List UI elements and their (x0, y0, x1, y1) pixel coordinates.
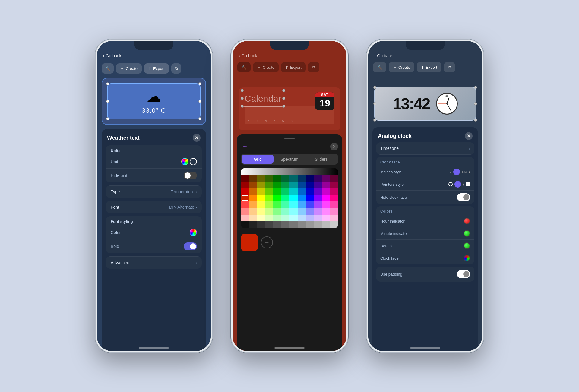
p2-layers-button[interactable]: ⧉ (308, 62, 319, 72)
clock-face-group: Clock face Indices style / 123 I Poi (376, 157, 474, 204)
details-color[interactable] (464, 242, 470, 249)
p3-hammer-icon: 🔨 (377, 65, 382, 70)
grayscale-row (241, 168, 338, 175)
color-row-1 (241, 175, 338, 182)
cp-pencil-icon[interactable]: ✏ (241, 142, 249, 151)
pointer-slash-icon[interactable]: / (463, 182, 464, 187)
p3-export-button[interactable]: ⬆ Export (417, 62, 441, 72)
clock-center-dot (446, 103, 448, 104)
p3-handle-mr[interactable] (474, 102, 477, 105)
pointer-circle-opt[interactable] (448, 182, 453, 186)
cp-add-button[interactable]: + (261, 236, 273, 248)
phone1-screen: ‹ Go back 🔨 ＋ Create ⬆ Export ⧉ (97, 41, 211, 351)
hide-clock-face-toggle[interactable] (457, 193, 470, 201)
timezone-label: Timezone (380, 146, 399, 151)
cp-drag-bar (237, 134, 342, 141)
p3-hammer-button[interactable]: 🔨 (373, 62, 386, 72)
resize-handle-bl[interactable] (106, 117, 109, 120)
minute-indicator-color[interactable] (464, 230, 470, 237)
p3-analog-clock (436, 93, 458, 115)
details-row: Details (376, 239, 474, 252)
notch-3 (406, 41, 445, 50)
p3-close-button[interactable]: ✕ (465, 132, 473, 140)
color-picker-icon[interactable] (190, 229, 197, 236)
p3-clock-face-label: Clock face (380, 256, 399, 261)
p2-handle-tl[interactable] (241, 89, 244, 92)
type-group: Type Temperature › (106, 185, 202, 198)
p3-back-button[interactable]: ‹ Go back (374, 53, 393, 58)
cp-tab-spectrum[interactable]: Spectrum (274, 155, 305, 164)
type-nav-row[interactable]: Type Temperature › (106, 185, 202, 198)
hammer-button[interactable]: 🔨 (102, 63, 114, 74)
cp-toolbar: ✏ ✕ (237, 141, 342, 154)
advanced-label: Advanced (111, 260, 129, 265)
p2-hammer-button[interactable]: 🔨 (237, 62, 251, 72)
p3-create-button[interactable]: ＋ Create (389, 62, 414, 72)
advanced-nav-row[interactable]: Advanced › (106, 256, 202, 269)
cp-current-swatch[interactable] (241, 234, 258, 251)
p2-handle-ml[interactable] (241, 97, 244, 100)
pointer-square-opt[interactable] (466, 182, 470, 186)
pointer-selected-opt[interactable] (454, 181, 461, 188)
cp-close-button[interactable]: ✕ (330, 143, 338, 150)
resize-handle-ml[interactable] (106, 100, 109, 103)
resize-handle-mr[interactable] (198, 100, 201, 103)
p3-export-icon: ⬆ (421, 65, 424, 70)
use-padding-toggle[interactable] (457, 270, 470, 278)
cp-bottom: + (237, 230, 342, 254)
p2-chevron-left-icon: ‹ (239, 53, 240, 58)
p3-handle-bl[interactable] (373, 119, 376, 122)
unit-color-icon[interactable] (181, 158, 188, 165)
create-button[interactable]: ＋ Create (116, 63, 142, 74)
p3-handle-tr[interactable] (474, 86, 477, 89)
use-padding-row: Use padding (376, 267, 474, 282)
font-nav-row[interactable]: Font DIN Alternate › (106, 201, 202, 213)
p2-date-badge: SAT 19 (315, 92, 334, 110)
weather-widget: ☁ 33.0° C (107, 83, 201, 119)
unit-label: Unit (111, 159, 118, 164)
p2-export-button[interactable]: ⬆ Export (281, 62, 306, 72)
export-icon: ⬆ (148, 66, 152, 71)
hour-indicator-color[interactable] (464, 218, 470, 224)
unit-circle-icon[interactable] (190, 158, 197, 165)
hide-clock-face-row: Hide clock face (376, 190, 474, 204)
clock-face-header: Clock face (376, 157, 474, 166)
p3-clock-face-row: Clock face (376, 252, 474, 264)
back-button[interactable]: ‹ Go back (103, 53, 121, 58)
layers-button[interactable]: ⧉ (171, 63, 181, 74)
indices-style-controls: / 123 I (450, 169, 470, 175)
p2-create-button[interactable]: ＋ Create (253, 62, 279, 72)
indices-style-row: Indices style / 123 I (376, 166, 474, 178)
notch-2 (270, 41, 309, 50)
p2-back-button[interactable]: ‹ Go back (239, 53, 257, 58)
layers-icon: ⧉ (175, 66, 178, 71)
resize-handle-tr[interactable] (198, 82, 201, 85)
indices-slash-icon[interactable]: / (450, 169, 451, 174)
p3-handle-br[interactable] (474, 119, 477, 122)
p3-layers-button[interactable]: ⧉ (444, 62, 455, 72)
p1-toolbar: 🔨 ＋ Create ⬆ Export ⧉ (97, 62, 211, 78)
cp-tab-sliders[interactable]: Sliders (305, 155, 337, 164)
widget-preview-area: ☁ 33.0° C (102, 78, 206, 125)
hour-indicator-label: Hour indicator (380, 219, 405, 223)
chevron-right-icon: › (195, 189, 197, 194)
p2-plus-icon: ＋ (257, 65, 261, 70)
p2-handle-mr[interactable] (282, 97, 285, 100)
timezone-row[interactable]: Timezone › (376, 142, 474, 155)
hide-unit-toggle[interactable] (184, 172, 197, 179)
panel-title: Weather text (107, 135, 140, 141)
p2-handle-tr[interactable] (282, 89, 285, 92)
cp-tab-grid[interactable]: Grid (242, 155, 274, 164)
bold-toggle[interactable] (184, 242, 197, 250)
type-value: Temperature › (171, 189, 197, 194)
indices-123-label: 123 (462, 170, 467, 174)
resize-handle-br[interactable] (198, 117, 201, 120)
clock-face-color[interactable] (464, 255, 470, 261)
p2-handle-bl[interactable] (241, 105, 244, 108)
close-button[interactable]: ✕ (193, 134, 201, 142)
p3-handle-ml[interactable] (373, 102, 376, 105)
indices-style-selected[interactable] (453, 169, 460, 175)
export-button[interactable]: ⬆ Export (144, 63, 169, 74)
p3-handle-tl[interactable] (373, 86, 376, 89)
resize-handle-tl[interactable] (106, 82, 109, 85)
